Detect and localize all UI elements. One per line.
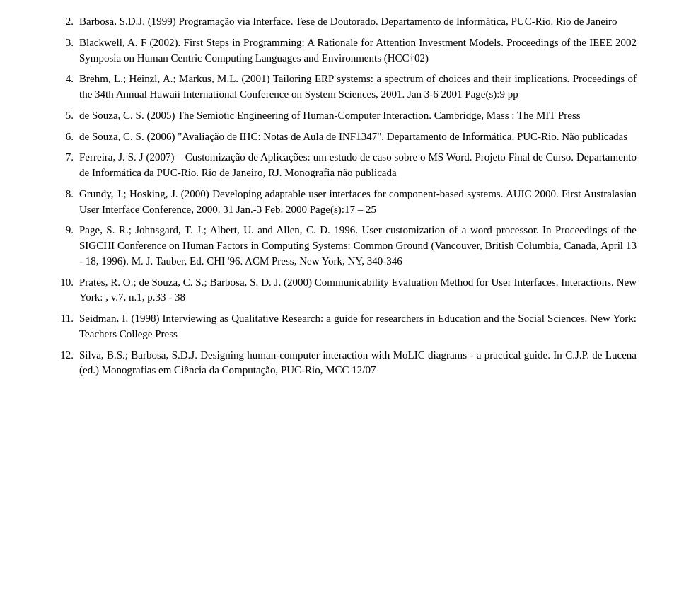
list-item: 12.Silva, B.S.; Barbosa, S.D.J. Designin… xyxy=(57,348,637,379)
ref-content: Ferreira, J. S. J (2007) – Customização … xyxy=(79,150,637,181)
ref-number: 6. xyxy=(57,129,79,145)
list-item: 8.Grundy, J.; Hosking, J. (2000) Develop… xyxy=(57,187,637,218)
ref-number: 7. xyxy=(57,150,79,181)
list-item: 11.Seidman, I. (1998) Interviewing as Qu… xyxy=(57,311,637,342)
references-list: 2.Barbosa, S.D.J. (1999) Programação via… xyxy=(57,14,637,378)
list-item: 5.de Souza, C. S. (2005) The Semiotic En… xyxy=(57,108,637,124)
list-item: 4.Brehm, L.; Heinzl, A.; Markus, M.L. (2… xyxy=(57,71,637,103)
ref-content: Silva, B.S.; Barbosa, S.D.J. Designing h… xyxy=(79,348,637,379)
ref-number: 8. xyxy=(57,187,79,218)
list-item: 2.Barbosa, S.D.J. (1999) Programação via… xyxy=(57,14,637,30)
ref-content: de Souza, C. S. (2005) The Semiotic Engi… xyxy=(79,108,637,124)
list-item: 10.Prates, R. O.; de Souza, C. S.; Barbo… xyxy=(57,275,637,306)
ref-content: de Souza, C. S. (2006) "Avaliação de IHC… xyxy=(79,129,637,145)
list-item: 9.Page, S. R.; Johnsgard, T. J.; Albert,… xyxy=(57,223,637,269)
ref-content: Grundy, J.; Hosking, J. (2000) Developin… xyxy=(79,187,637,218)
ref-content: Seidman, I. (1998) Interviewing as Quali… xyxy=(79,311,637,342)
ref-content: Brehm, L.; Heinzl, A.; Markus, M.L. (200… xyxy=(79,71,637,103)
ref-number: 2. xyxy=(57,14,79,30)
list-item: 6.de Souza, C. S. (2006) "Avaliação de I… xyxy=(57,129,637,145)
ref-number: 3. xyxy=(57,35,79,66)
ref-content: Page, S. R.; Johnsgard, T. J.; Albert, U… xyxy=(79,223,637,269)
ref-number: 9. xyxy=(57,223,79,269)
ref-content: Blackwell, A. F (2002). First Steps in P… xyxy=(79,35,637,66)
ref-number: 11. xyxy=(57,311,79,342)
ref-number: 10. xyxy=(57,275,79,306)
list-item: 3.Blackwell, A. F (2002). First Steps in… xyxy=(57,35,637,66)
ref-content: Prates, R. O.; de Souza, C. S.; Barbosa,… xyxy=(79,275,637,306)
ref-number: 4. xyxy=(57,71,79,103)
ref-content: Barbosa, S.D.J. (1999) Programação via I… xyxy=(79,14,637,30)
list-item: 7.Ferreira, J. S. J (2007) – Customizaçã… xyxy=(57,150,637,181)
ref-number: 5. xyxy=(57,108,79,124)
ref-number: 12. xyxy=(57,348,79,379)
